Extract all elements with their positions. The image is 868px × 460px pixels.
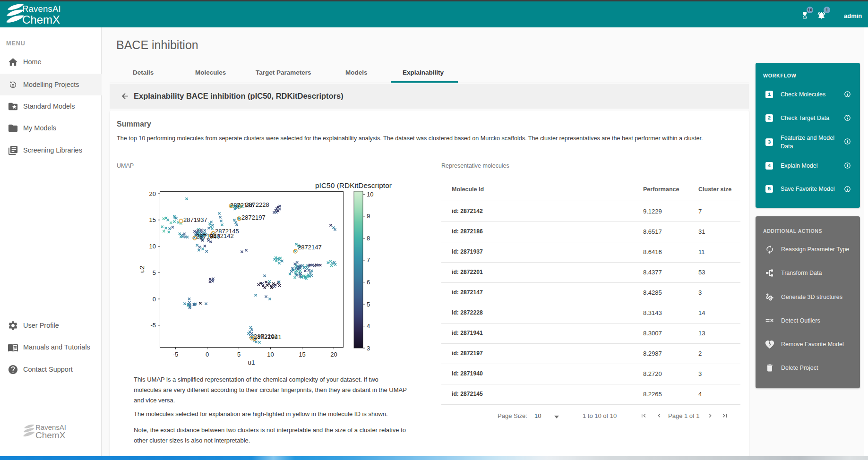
- svg-text:20: 20: [330, 351, 337, 358]
- svg-text:u1: u1: [248, 359, 255, 366]
- svg-text:8: 8: [367, 235, 370, 242]
- svg-text:15: 15: [299, 351, 305, 358]
- svg-text:2871937: 2871937: [183, 216, 207, 223]
- svg-text:4: 4: [367, 323, 370, 330]
- svg-text:10: 10: [149, 243, 156, 250]
- svg-text:5: 5: [367, 301, 370, 308]
- svg-text:0: 0: [206, 351, 209, 358]
- svg-text:2872145: 2872145: [215, 228, 239, 235]
- svg-text:-5: -5: [150, 322, 156, 329]
- svg-text:2872147: 2872147: [298, 244, 322, 251]
- svg-text:2872228: 2872228: [245, 201, 269, 208]
- svg-text:10: 10: [267, 351, 274, 358]
- svg-text:pIC50 (RDKitDescriptor: pIC50 (RDKitDescriptor: [315, 181, 392, 189]
- svg-text:5: 5: [237, 351, 241, 358]
- svg-text:3: 3: [367, 345, 370, 352]
- svg-text:-5: -5: [173, 351, 179, 358]
- svg-text:7: 7: [367, 256, 370, 264]
- svg-text:2871941: 2871941: [258, 333, 282, 341]
- svg-text:9: 9: [367, 213, 370, 220]
- svg-text:10: 10: [367, 191, 373, 198]
- svg-text:2872197: 2872197: [241, 214, 266, 221]
- svg-text:u2: u2: [138, 265, 146, 273]
- svg-text:5: 5: [153, 269, 156, 276]
- svg-text:6: 6: [367, 279, 370, 286]
- svg-text:20: 20: [149, 190, 156, 197]
- svg-text:0: 0: [153, 296, 156, 303]
- svg-text:15: 15: [149, 216, 156, 223]
